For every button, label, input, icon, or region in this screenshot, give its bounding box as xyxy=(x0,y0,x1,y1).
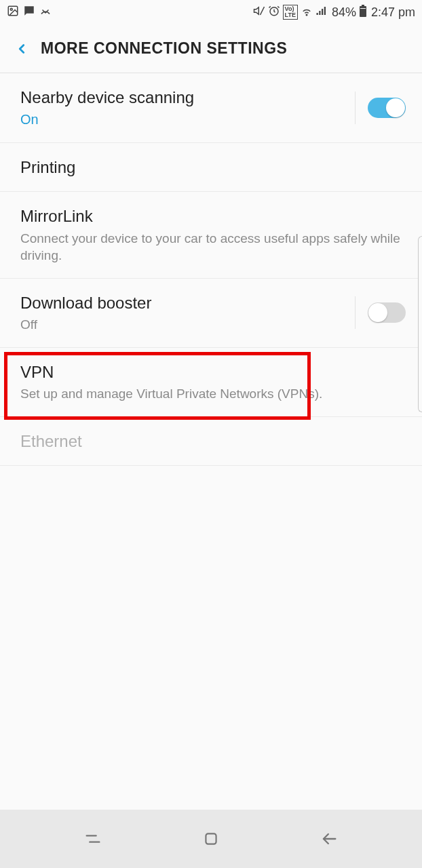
ethernet-row: Ethernet xyxy=(0,417,422,466)
navigation-bar xyxy=(0,810,422,868)
download-booster-row[interactable]: Download booster Off xyxy=(0,279,422,348)
row-title: Nearby device scanning xyxy=(20,87,355,108)
wifi-icon xyxy=(301,5,313,20)
row-title: Printing xyxy=(20,157,406,178)
back-arrow-icon xyxy=(320,829,339,848)
row-title: MirrorLink xyxy=(20,205,406,226)
back-button[interactable] xyxy=(8,35,35,62)
toggle-divider xyxy=(355,296,406,329)
row-subtitle: Connect your device to your car to acces… xyxy=(20,230,406,264)
home-button[interactable] xyxy=(194,822,228,856)
alarm-icon xyxy=(268,5,280,20)
toggle-divider xyxy=(355,92,406,124)
row-title: Ethernet xyxy=(20,431,406,452)
clock-text: 2:47 pm xyxy=(371,5,415,20)
svg-rect-8 xyxy=(324,7,326,15)
volte-icon: Vo)LTE xyxy=(283,5,298,20)
photo-icon xyxy=(7,5,19,20)
scroll-indicator xyxy=(418,236,422,412)
status-left-icons xyxy=(7,5,52,20)
svg-rect-5 xyxy=(316,13,318,15)
svg-rect-12 xyxy=(360,9,366,16)
row-title: VPN xyxy=(20,361,406,382)
svg-point-1 xyxy=(10,8,12,10)
nearby-device-scanning-row[interactable]: Nearby device scanning On xyxy=(0,73,422,143)
svg-rect-13 xyxy=(206,833,216,844)
svg-rect-7 xyxy=(322,9,323,15)
page-title: MORE CONNECTION SETTINGS xyxy=(41,39,287,58)
svg-line-2 xyxy=(260,7,264,15)
app-header: MORE CONNECTION SETTINGS xyxy=(0,24,422,73)
row-title: Download booster xyxy=(20,292,355,313)
mute-vibrate-icon xyxy=(253,5,265,20)
row-subtitle: Set up and manage Virtual Private Networ… xyxy=(20,385,406,403)
svg-point-4 xyxy=(306,14,307,16)
recents-button[interactable] xyxy=(76,822,110,856)
row-subtitle: On xyxy=(20,111,355,129)
settings-list: Nearby device scanning On Printing Mirro… xyxy=(0,73,422,466)
row-subtitle: Off xyxy=(20,316,355,334)
download-booster-toggle[interactable] xyxy=(368,302,406,323)
status-right-icons: Vo)LTE 84% 2:47 pm xyxy=(253,5,415,20)
mirrorlink-row[interactable]: MirrorLink Connect your device to your c… xyxy=(0,192,422,278)
battery-percent: 84% xyxy=(332,5,356,20)
signal-icon xyxy=(315,5,328,20)
printing-row[interactable]: Printing xyxy=(0,143,422,192)
battery-icon xyxy=(359,5,367,20)
svg-rect-10 xyxy=(362,5,364,6)
recents-icon xyxy=(83,829,102,848)
message-icon xyxy=(23,5,35,20)
chevron-left-icon xyxy=(14,41,29,56)
nav-back-button[interactable] xyxy=(312,822,346,856)
nearby-toggle[interactable] xyxy=(368,98,406,118)
missed-call-icon xyxy=(39,5,52,20)
vpn-row[interactable]: VPN Set up and manage Virtual Private Ne… xyxy=(0,348,422,417)
status-bar: Vo)LTE 84% 2:47 pm xyxy=(0,0,422,24)
home-icon xyxy=(202,830,220,848)
svg-rect-6 xyxy=(319,11,320,15)
